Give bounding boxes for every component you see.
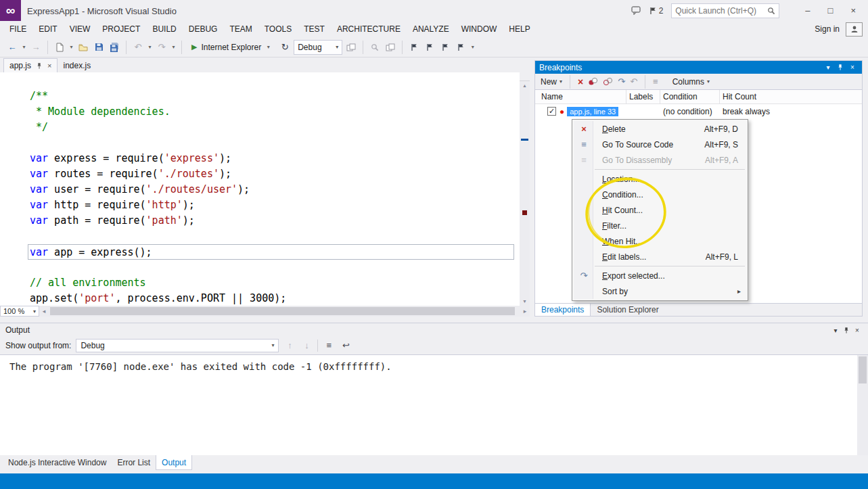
code-line[interactable]: var user = require('./routes/user'); (30, 182, 516, 197)
code-area[interactable]: /** * Module dependencies. */ var expres… (30, 89, 516, 306)
go-to-source-toolbar-icon[interactable]: ≡ (653, 76, 658, 87)
clear-all-icon[interactable]: ≡ (323, 340, 335, 350)
menu-item-condition[interactable]: Condition... (574, 187, 746, 202)
toggle-word-wrap-icon[interactable]: ↩ (340, 340, 352, 350)
delete-breakpoint-icon[interactable]: × (578, 76, 583, 87)
column-header-name[interactable]: Name (535, 90, 626, 103)
scroll-left-icon[interactable]: ◂ (39, 308, 49, 315)
scroll-right-icon[interactable]: ▸ (520, 308, 530, 315)
navigate-backward-caret-icon[interactable]: ▾ (21, 44, 27, 50)
output-console[interactable]: The program '[7760] node.exe' has exited… (0, 354, 868, 455)
code-line[interactable]: var express = require('express'); (30, 151, 516, 166)
menu-help[interactable]: HELP (503, 21, 536, 37)
menu-test[interactable]: TEST (298, 21, 331, 37)
close-tab-icon[interactable]: × (47, 62, 51, 70)
menu-item-filter[interactable]: Filter... (574, 218, 746, 233)
redo-caret-icon[interactable]: ▾ (170, 44, 177, 50)
columns-button[interactable]: Columns ▾ (672, 77, 710, 87)
window-position-caret-icon[interactable]: ▾ (830, 327, 841, 334)
menu-item-when-hit[interactable]: When Hit... (574, 233, 746, 249)
code-line[interactable]: var http = require('http'); (30, 197, 516, 213)
save-icon[interactable] (92, 41, 106, 54)
delete-all-breakpoints-icon[interactable] (588, 77, 598, 86)
output-vertical-scrollbar[interactable] (857, 355, 868, 455)
code-line[interactable] (30, 229, 516, 244)
menu-item-edit-labels[interactable]: Edit labels...Alt+F9, L (574, 249, 746, 264)
menu-file[interactable]: FILE (3, 21, 32, 37)
refresh-icon[interactable]: ↻ (278, 41, 292, 54)
feedback-icon[interactable] (631, 6, 641, 15)
toolbar-options-caret-icon[interactable]: ▾ (470, 44, 476, 50)
code-line[interactable]: var routes = require('./routes'); (30, 166, 516, 182)
quick-launch-input[interactable] (675, 6, 767, 16)
clear-bookmarks-icon[interactable] (454, 41, 467, 54)
breakpoint-checkbox[interactable]: ✓ (547, 107, 556, 116)
quick-launch-search[interactable] (671, 3, 779, 18)
menu-tools[interactable]: TOOLS (258, 21, 298, 37)
pin-icon[interactable] (36, 62, 43, 70)
menu-analyze[interactable]: ANALYZE (407, 21, 455, 37)
account-icon[interactable] (846, 22, 863, 37)
window-position-caret-icon[interactable]: ▾ (823, 64, 833, 71)
menu-debug[interactable]: DEBUG (183, 21, 224, 37)
menu-team[interactable]: TEAM (223, 21, 258, 37)
toggle-all-breakpoints-icon[interactable] (603, 77, 613, 86)
maximize-button[interactable]: □ (828, 5, 833, 16)
new-breakpoint-button[interactable]: New ▾ (541, 77, 562, 87)
new-project-icon[interactable] (53, 41, 66, 54)
redo-icon[interactable]: ↷ (155, 41, 168, 54)
tab-solution-explorer[interactable]: Solution Explorer (591, 304, 664, 316)
navigate-backward-icon[interactable]: ← (5, 41, 19, 54)
save-all-icon[interactable] (108, 41, 121, 54)
notifications-flag-icon[interactable]: 2 (649, 6, 664, 16)
column-header-condition[interactable]: Condition (660, 90, 720, 103)
editor-vertical-scrollbar[interactable]: ▲ ▼ (520, 72, 530, 306)
menu-architecture[interactable]: ARCHITECTURE (331, 21, 407, 37)
output-source-select[interactable]: Debug ▾ (76, 339, 279, 352)
horizontal-scrollbar-thumb[interactable] (50, 307, 515, 315)
minimize-button[interactable]: – (805, 5, 810, 16)
pin-icon[interactable] (835, 64, 846, 71)
tab-error-list[interactable]: Error List (112, 455, 156, 470)
horizontal-scrollbar-track[interactable] (49, 306, 520, 317)
window-layout-icon[interactable] (384, 41, 397, 54)
scroll-up-icon[interactable]: ▲ (520, 83, 530, 88)
toggle-bookmark-icon[interactable] (407, 41, 421, 54)
close-button[interactable]: × (850, 5, 856, 16)
code-line[interactable] (30, 135, 516, 151)
code-line[interactable]: // all environments (30, 275, 516, 291)
close-icon[interactable]: × (847, 64, 858, 71)
menu-item-delete[interactable]: ×DeleteAlt+F9, D (574, 121, 746, 137)
tab-nodejs-interactive-window[interactable]: Node.js Interactive Window (3, 455, 112, 470)
undo-caret-icon[interactable]: ▾ (147, 44, 153, 50)
code-line[interactable]: /** (30, 89, 516, 104)
breakpoint-row[interactable]: ✓ ● app.js, line 33 (no condition) break… (535, 104, 862, 118)
previous-bookmark-icon[interactable] (423, 41, 436, 54)
new-project-caret-icon[interactable]: ▾ (68, 44, 74, 50)
code-line[interactable]: var path = require('path'); (30, 213, 516, 229)
column-header-labels[interactable]: Labels (626, 90, 660, 103)
sign-in-link[interactable]: Sign in (815, 24, 840, 34)
start-debugging-button[interactable]: ▶ Internet Explorer ▾ (187, 41, 276, 53)
undo-icon[interactable]: ↶ (131, 41, 145, 54)
menu-item-export-selected[interactable]: ↷Export selected... (574, 268, 746, 283)
code-line[interactable] (30, 260, 516, 275)
attach-to-process-icon[interactable] (344, 41, 358, 54)
find-in-files-icon[interactable] (368, 41, 382, 54)
solution-configuration-select[interactable]: Debug ▾ (294, 40, 342, 55)
code-line[interactable]: * Module dependencies. (30, 104, 516, 120)
code-line[interactable]: var app = express(); (28, 244, 514, 260)
menu-item-go-to-disassembly[interactable]: ≡Go To DisassemblyAlt+F9, A (574, 152, 746, 168)
code-line[interactable]: */ (30, 120, 516, 135)
next-bookmark-icon[interactable] (438, 41, 452, 54)
scrollbar-splitter-handle[interactable] (520, 72, 530, 81)
scroll-down-icon[interactable]: ▼ (520, 299, 530, 304)
navigate-forward-icon[interactable]: → (29, 41, 43, 54)
menu-item-hit-count[interactable]: Hit Count... (574, 202, 746, 218)
menu-build[interactable]: BUILD (146, 21, 182, 37)
column-header-hit-count[interactable]: Hit Count (720, 90, 862, 103)
output-scrollbar-thumb[interactable] (859, 356, 867, 383)
export-breakpoints-icon[interactable]: ↷ (618, 76, 625, 87)
zoom-select[interactable]: 100 % ▾ (0, 306, 39, 317)
tab-index-js[interactable]: index.js (58, 58, 96, 72)
